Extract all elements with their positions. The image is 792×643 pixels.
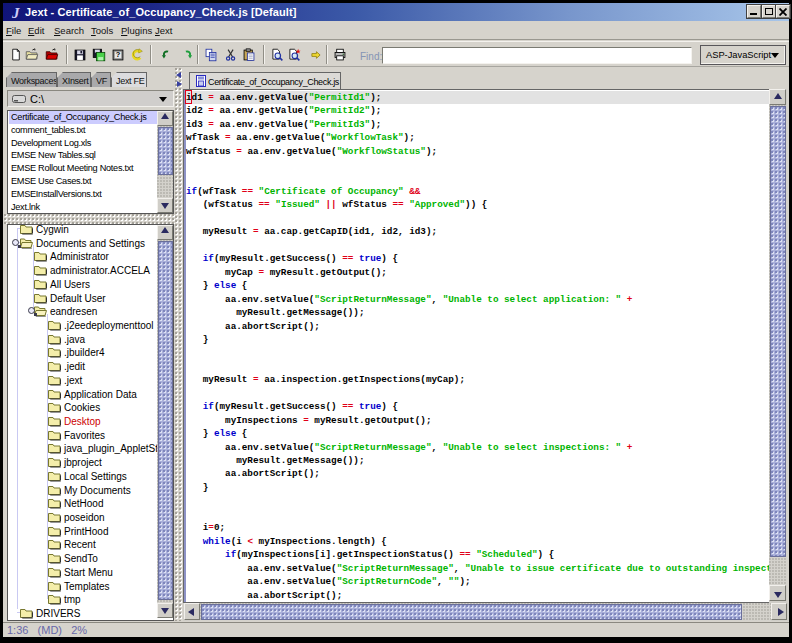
svg-text:?: ?: [116, 50, 121, 59]
